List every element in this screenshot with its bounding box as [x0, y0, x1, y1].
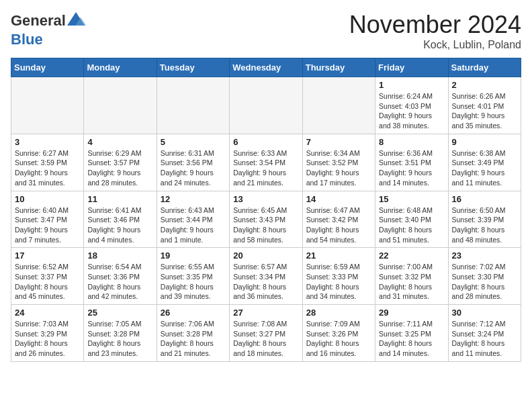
day-number: 6 [233, 137, 298, 147]
day-info: Sunrise: 6:47 AM Sunset: 3:42 PM Dayligh… [306, 205, 371, 245]
calendar-cell: 24Sunrise: 7:03 AM Sunset: 3:29 PM Dayli… [11, 305, 84, 362]
day-info: Sunrise: 7:08 AM Sunset: 3:27 PM Dayligh… [233, 319, 298, 359]
day-info: Sunrise: 6:57 AM Sunset: 3:34 PM Dayligh… [233, 262, 298, 302]
calendar-cell: 25Sunrise: 7:05 AM Sunset: 3:28 PM Dayli… [84, 305, 157, 362]
day-number: 27 [233, 308, 298, 318]
calendar-cell: 27Sunrise: 7:08 AM Sunset: 3:27 PM Dayli… [230, 305, 302, 362]
day-info: Sunrise: 7:03 AM Sunset: 3:29 PM Dayligh… [15, 319, 80, 359]
day-number: 2 [452, 80, 517, 90]
calendar-cell: 2Sunrise: 6:26 AM Sunset: 4:01 PM Daylig… [448, 77, 521, 134]
calendar-week-row: 10Sunrise: 6:40 AM Sunset: 3:47 PM Dayli… [11, 191, 521, 248]
calendar-cell: 3Sunrise: 6:27 AM Sunset: 3:59 PM Daylig… [11, 134, 84, 191]
col-header-tuesday: Tuesday [157, 58, 229, 77]
col-header-sunday: Sunday [11, 58, 84, 77]
day-number: 18 [87, 250, 152, 261]
day-number: 13 [233, 194, 298, 204]
day-number: 28 [306, 308, 371, 318]
day-number: 1 [379, 80, 444, 90]
calendar-header-row: SundayMondayTuesdayWednesdayThursdayFrid… [11, 58, 521, 77]
calendar-cell: 17Sunrise: 6:52 AM Sunset: 3:37 PM Dayli… [11, 248, 84, 305]
calendar-cell: 26Sunrise: 7:06 AM Sunset: 3:28 PM Dayli… [157, 305, 229, 362]
calendar-cell [302, 77, 375, 134]
day-number: 9 [452, 137, 517, 147]
day-info: Sunrise: 7:05 AM Sunset: 3:28 PM Dayligh… [87, 319, 152, 359]
day-info: Sunrise: 7:02 AM Sunset: 3:30 PM Dayligh… [452, 262, 517, 302]
location: Kock, Lublin, Poland [349, 39, 521, 51]
day-info: Sunrise: 6:31 AM Sunset: 3:56 PM Dayligh… [161, 148, 226, 188]
calendar-cell: 20Sunrise: 6:57 AM Sunset: 3:34 PM Dayli… [230, 248, 302, 305]
day-number: 3 [15, 137, 80, 147]
calendar-week-row: 17Sunrise: 6:52 AM Sunset: 3:37 PM Dayli… [11, 248, 521, 305]
calendar-cell: 19Sunrise: 6:55 AM Sunset: 3:35 PM Dayli… [157, 248, 229, 305]
logo-icon [66, 11, 86, 31]
calendar-cell: 16Sunrise: 6:50 AM Sunset: 3:39 PM Dayli… [448, 191, 521, 248]
day-info: Sunrise: 6:24 AM Sunset: 4:03 PM Dayligh… [379, 91, 444, 131]
calendar-week-row: 3Sunrise: 6:27 AM Sunset: 3:59 PM Daylig… [11, 134, 521, 191]
calendar-cell: 12Sunrise: 6:43 AM Sunset: 3:44 PM Dayli… [157, 191, 229, 248]
col-header-wednesday: Wednesday [230, 58, 302, 77]
calendar-cell: 13Sunrise: 6:45 AM Sunset: 3:43 PM Dayli… [230, 191, 302, 248]
month-title: November 2024 [349, 11, 521, 39]
logo-blue: Blue [11, 31, 43, 48]
day-number: 5 [161, 137, 226, 147]
calendar-cell: 30Sunrise: 7:12 AM Sunset: 3:24 PM Dayli… [448, 305, 521, 362]
day-info: Sunrise: 6:41 AM Sunset: 3:46 PM Dayligh… [87, 205, 152, 245]
day-number: 29 [379, 308, 444, 318]
day-number: 16 [452, 194, 517, 204]
day-info: Sunrise: 6:40 AM Sunset: 3:47 PM Dayligh… [15, 205, 80, 245]
day-info: Sunrise: 6:29 AM Sunset: 3:57 PM Dayligh… [87, 148, 152, 188]
day-number: 22 [379, 250, 444, 261]
page-header: General Blue November 2024 Kock, Lublin,… [11, 11, 521, 51]
day-number: 10 [15, 194, 80, 204]
day-info: Sunrise: 6:55 AM Sunset: 3:35 PM Dayligh… [161, 262, 226, 302]
day-info: Sunrise: 6:45 AM Sunset: 3:43 PM Dayligh… [233, 205, 298, 245]
calendar-cell: 8Sunrise: 6:36 AM Sunset: 3:51 PM Daylig… [375, 134, 448, 191]
calendar-cell [84, 77, 157, 134]
day-info: Sunrise: 7:09 AM Sunset: 3:26 PM Dayligh… [306, 319, 371, 359]
day-number: 21 [306, 250, 371, 261]
day-number: 20 [233, 250, 298, 261]
day-info: Sunrise: 7:12 AM Sunset: 3:24 PM Dayligh… [452, 319, 517, 359]
title-block: November 2024 Kock, Lublin, Poland [349, 11, 521, 51]
calendar-cell: 9Sunrise: 6:38 AM Sunset: 3:49 PM Daylig… [448, 134, 521, 191]
calendar-cell: 29Sunrise: 7:11 AM Sunset: 3:25 PM Dayli… [375, 305, 448, 362]
col-header-saturday: Saturday [448, 58, 521, 77]
day-info: Sunrise: 6:48 AM Sunset: 3:40 PM Dayligh… [379, 205, 444, 245]
day-info: Sunrise: 6:59 AM Sunset: 3:33 PM Dayligh… [306, 262, 371, 302]
calendar-cell: 5Sunrise: 6:31 AM Sunset: 3:56 PM Daylig… [157, 134, 229, 191]
calendar-cell: 7Sunrise: 6:34 AM Sunset: 3:52 PM Daylig… [302, 134, 375, 191]
day-info: Sunrise: 6:34 AM Sunset: 3:52 PM Dayligh… [306, 148, 371, 188]
day-number: 17 [15, 250, 80, 261]
calendar-cell: 21Sunrise: 6:59 AM Sunset: 3:33 PM Dayli… [302, 248, 375, 305]
col-header-friday: Friday [375, 58, 448, 77]
day-info: Sunrise: 6:54 AM Sunset: 3:36 PM Dayligh… [87, 262, 152, 302]
day-number: 7 [306, 137, 371, 147]
day-number: 8 [379, 137, 444, 147]
calendar-cell: 14Sunrise: 6:47 AM Sunset: 3:42 PM Dayli… [302, 191, 375, 248]
day-info: Sunrise: 6:50 AM Sunset: 3:39 PM Dayligh… [452, 205, 517, 245]
calendar-cell: 11Sunrise: 6:41 AM Sunset: 3:46 PM Dayli… [84, 191, 157, 248]
calendar-cell: 23Sunrise: 7:02 AM Sunset: 3:30 PM Dayli… [448, 248, 521, 305]
day-number: 12 [161, 194, 226, 204]
calendar-cell: 15Sunrise: 6:48 AM Sunset: 3:40 PM Dayli… [375, 191, 448, 248]
logo-general: General [11, 12, 66, 30]
calendar-cell [11, 77, 84, 134]
calendar-cell: 6Sunrise: 6:33 AM Sunset: 3:54 PM Daylig… [230, 134, 302, 191]
day-number: 24 [15, 308, 80, 318]
day-info: Sunrise: 7:06 AM Sunset: 3:28 PM Dayligh… [161, 319, 226, 359]
day-info: Sunrise: 6:26 AM Sunset: 4:01 PM Dayligh… [452, 91, 517, 131]
col-header-monday: Monday [84, 58, 157, 77]
calendar-cell [230, 77, 302, 134]
day-info: Sunrise: 6:33 AM Sunset: 3:54 PM Dayligh… [233, 148, 298, 188]
calendar-week-row: 24Sunrise: 7:03 AM Sunset: 3:29 PM Dayli… [11, 305, 521, 362]
day-info: Sunrise: 6:43 AM Sunset: 3:44 PM Dayligh… [161, 205, 226, 245]
calendar-cell: 4Sunrise: 6:29 AM Sunset: 3:57 PM Daylig… [84, 134, 157, 191]
col-header-thursday: Thursday [302, 58, 375, 77]
day-number: 11 [87, 194, 152, 204]
day-number: 23 [452, 250, 517, 261]
logo-text: General Blue [11, 11, 86, 48]
logo: General Blue [11, 11, 86, 48]
calendar-table: SundayMondayTuesdayWednesdayThursdayFrid… [11, 58, 521, 362]
calendar-cell: 10Sunrise: 6:40 AM Sunset: 3:47 PM Dayli… [11, 191, 84, 248]
calendar-cell: 18Sunrise: 6:54 AM Sunset: 3:36 PM Dayli… [84, 248, 157, 305]
